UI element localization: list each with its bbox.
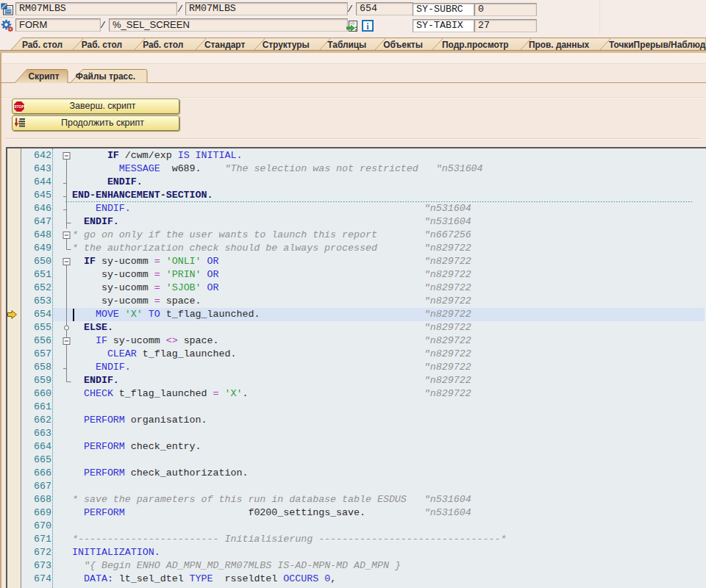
svg-text:Раб. стол: Раб. стол <box>82 40 122 50</box>
svg-text:Подр.просмотр: Подр.просмотр <box>442 40 509 50</box>
svg-text:Файлы трасс.: Файлы трасс. <box>76 71 135 82</box>
svg-text:STOP: STOP <box>14 104 24 109</box>
svg-text:Скрипт: Скрипт <box>28 71 59 82</box>
svg-text:Пров. данных: Пров. данных <box>529 40 590 50</box>
svg-text:Структуры: Структуры <box>263 40 310 50</box>
svg-text:Объекты: Объекты <box>383 40 423 50</box>
svg-text:Таблицы: Таблицы <box>327 40 366 50</box>
svg-text:ТочкиПрерыв/Наблюд: ТочкиПрерыв/Наблюд <box>609 40 706 50</box>
svg-text:Раб. стол: Раб. стол <box>22 40 63 50</box>
svg-text:Стандарт: Стандарт <box>204 40 245 50</box>
svg-text:Раб. стол: Раб. стол <box>143 40 183 50</box>
